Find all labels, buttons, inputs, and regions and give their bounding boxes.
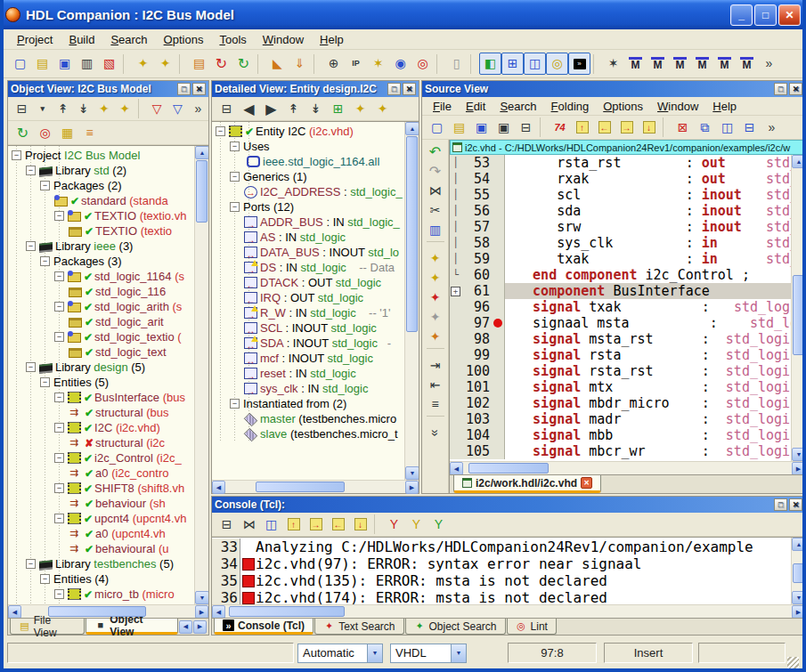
build-hierarchy-icon[interactable]: ◣	[266, 53, 289, 75]
expander-icon[interactable]: −	[230, 202, 240, 212]
bookmark-right-icon[interactable]: →	[615, 117, 638, 139]
horizontal-scrollbar[interactable]: ◀ ▶	[212, 480, 419, 493]
toggle-object-view-icon[interactable]: ⊞	[501, 53, 524, 75]
expander-icon[interactable]: −	[40, 181, 50, 190]
bookmark-down-icon[interactable]: ↓	[349, 514, 371, 536]
column-icon[interactable]: ◫	[260, 514, 282, 536]
code-line[interactable]: 97 signaal msta : std_logi	[450, 315, 791, 331]
wrap-icon[interactable]: ⋈	[238, 514, 260, 536]
toolbar-separator[interactable]	[179, 54, 185, 74]
print-icon[interactable]: ⊟	[216, 98, 238, 120]
scroll-down-button[interactable]: ▼	[405, 466, 419, 480]
delete-icon[interactable]: ▯	[445, 53, 468, 75]
split-vertical-icon[interactable]: ◫	[716, 117, 738, 139]
console-log[interactable]: 33 Analyzing C:/HDLWorks/HDLCompanion24R…	[212, 538, 791, 604]
expander-icon[interactable]: −	[54, 514, 64, 523]
expand-all-icon[interactable]: ↡	[305, 98, 327, 120]
pane-restore-button[interactable]: □	[774, 498, 787, 511]
refresh-icon[interactable]: ↻	[12, 122, 34, 144]
scroll-left-button[interactable]: ◀	[450, 462, 463, 475]
save-project-icon[interactable]: ▣	[53, 53, 76, 75]
pane-close-button[interactable]: ✕	[403, 83, 416, 95]
toolbar-separator[interactable]	[663, 117, 669, 137]
toolbar-separator[interactable]	[436, 54, 443, 74]
fold-marker-icon[interactable]	[450, 267, 461, 283]
join-lines-icon[interactable]: ⋈	[425, 181, 446, 200]
toolbar-separator[interactable]	[427, 348, 444, 353]
menu-window[interactable]: Window	[650, 99, 705, 114]
tree-item[interactable]: − ✔ i2c_Control (i2c_	[8, 450, 194, 466]
tree-item[interactable]: ieee.std_logic_1164.all	[212, 154, 404, 169]
code-line[interactable]: 55 scl : inout std_lo	[450, 187, 791, 203]
expander-icon[interactable]: −	[26, 362, 36, 372]
code-text[interactable]: sys_clk : in std_lo	[505, 235, 791, 251]
bookmark-left-icon[interactable]: ←	[593, 117, 615, 139]
fold-marker-icon[interactable]	[450, 171, 461, 187]
wizard-icon[interactable]: ✶	[602, 53, 624, 75]
menu-window[interactable]: Window	[255, 31, 312, 48]
code-line[interactable]: 61 component BusInterface	[450, 283, 791, 299]
close-button[interactable]: ✕	[778, 4, 801, 26]
fold-marker-icon[interactable]	[450, 299, 461, 315]
console-line[interactable]: 35 i2c.vhd(135): ERROR: msta is not decl…	[212, 572, 791, 589]
scroll-down-button[interactable]: ▼	[195, 591, 208, 604]
code-text[interactable]: signal rsta_rst : std_logic	[505, 363, 791, 379]
tree-item[interactable]: − ✔ Entity I2C (i2c.vhd)	[212, 124, 404, 139]
object-view-titlebar[interactable]: Object View: I2C Bus Model □ ✕	[8, 81, 208, 97]
expander-icon[interactable]: −	[54, 302, 64, 312]
code-text[interactable]: scl : inout std_lo	[505, 187, 791, 203]
fold-marker-icon[interactable]	[450, 235, 461, 251]
tree-item[interactable]: AS : IN std_logic	[212, 230, 404, 245]
tab-text-search[interactable]: ✦ Text Search	[314, 619, 403, 635]
toggle-search-view-icon[interactable]: ◎	[546, 53, 568, 75]
sort-list-icon[interactable]: ≡	[78, 122, 101, 144]
horizontal-scrollbar[interactable]: ◀ ▶	[212, 604, 805, 618]
fold-marker-icon[interactable]	[450, 395, 461, 411]
code-line[interactable]: 103 signal madr : std_logic	[450, 411, 791, 427]
code-text[interactable]: component BusInterface	[505, 283, 791, 299]
tree-item[interactable]: mcf : INOUT std_logic	[212, 351, 404, 366]
chevron-down-icon[interactable]: »	[425, 423, 446, 442]
pane-restore-button[interactable]: □	[387, 83, 401, 95]
expander-icon[interactable]: −	[54, 332, 64, 342]
highlight-more-icon[interactable]: ✦	[115, 98, 135, 120]
detailed-view-titlebar[interactable]: Detailed View: Entity design.I2C □ ✕	[212, 81, 419, 97]
prev-bookmark-icon[interactable]: ⇤	[425, 375, 446, 394]
tree-item[interactable]: − ✔ std_logic_textio (	[8, 329, 194, 344]
reanalyze-all-icon[interactable]: ↻	[232, 53, 255, 75]
toolbar-separator[interactable]	[138, 99, 144, 118]
source-view-titlebar[interactable]: Source View □ ✕	[422, 81, 805, 97]
menu-search[interactable]: Search	[102, 31, 155, 48]
tree-item[interactable]: DATA_BUS : INOUT std_lo	[212, 245, 404, 260]
tree-item[interactable]: − Packages (2)	[8, 178, 194, 193]
expander-icon[interactable]: −	[54, 211, 64, 221]
pane-restore-button[interactable]: □	[774, 83, 787, 95]
toolbar-separator[interactable]	[123, 54, 129, 74]
open-file-icon[interactable]: ▤	[448, 117, 470, 139]
code-text[interactable]: signal mbb : std_logic	[505, 427, 791, 443]
toggle-detailed-view-icon[interactable]: ◫	[524, 53, 546, 75]
scroll-right-button[interactable]: ▶	[792, 605, 805, 619]
tree-item[interactable]: − Entities (5)	[8, 375, 194, 390]
encoding-select[interactable]: Automatic ▼	[297, 644, 383, 663]
tree-item[interactable]: − ✔ TEXTIO (textio.vh	[8, 208, 194, 223]
code-line[interactable]: 56 sda : inout std_lo	[450, 203, 791, 219]
menu-project[interactable]: Project	[9, 31, 61, 48]
pane-restore-button[interactable]: □	[177, 83, 191, 95]
scroll-down-button[interactable]: ▼	[792, 448, 805, 461]
split-horizontal-icon[interactable]: ⊟	[738, 117, 761, 139]
modelsim-compile-icon[interactable]: M	[624, 53, 647, 75]
expander-icon[interactable]: −	[54, 483, 64, 493]
code-line[interactable]: 60 end component i2c_Control ;	[450, 267, 791, 283]
pane-close-button[interactable]: ✕	[789, 83, 802, 95]
bookmark-down-icon[interactable]: ↓	[638, 117, 660, 139]
tree-item[interactable]: sys_clk : IN std_logic	[212, 381, 404, 396]
highlight-clear-icon[interactable]: ✦	[425, 307, 446, 327]
project-report-icon[interactable]: ▥	[76, 53, 98, 75]
code-text[interactable]: rsta_rst : out std_lo	[505, 155, 791, 171]
fold-marker-icon[interactable]	[450, 331, 461, 347]
code-text[interactable]: signal mbdr_micro : std_logic	[505, 395, 791, 411]
expander-icon[interactable]: −	[54, 423, 64, 433]
fold-marker-icon[interactable]	[450, 427, 461, 443]
tree-item[interactable]: I2C_ADDRESS : std_logic_	[212, 184, 404, 199]
